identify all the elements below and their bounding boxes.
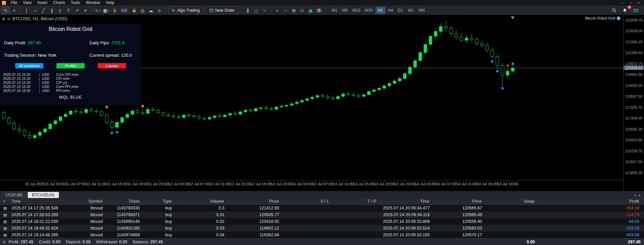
- table-header-cell[interactable]: Swap: [487, 198, 540, 204]
- indicators-icon[interactable]: ∿▾: [94, 7, 102, 14]
- news-line: 2025.07.16 15:30 | USD PPI m/m: [3, 89, 141, 93]
- line-chart-icon[interactable]: ∿: [261, 7, 269, 14]
- camera-icon[interactable]: [315, 7, 323, 14]
- news-line: 2025.07.16 15:30 | USD Core PPI m/m: [3, 85, 141, 89]
- table-header-cell[interactable]: T / P: [334, 198, 381, 204]
- timeframe-button[interactable]: H1: [376, 7, 385, 14]
- minimize-icon[interactable]: —: [621, 1, 625, 5]
- cell-open-price: 119382.84: [229, 232, 284, 238]
- table-header-cell[interactable]: Ticket: [108, 198, 144, 204]
- trade-doc-icon: ▤: [0, 225, 10, 232]
- toolbar-separator: [271, 7, 271, 13]
- table-header-cell[interactable]: Time: [10, 198, 87, 204]
- table-header-cell[interactable]: Price: [229, 198, 284, 204]
- bar-chart-icon[interactable]: ╫: [244, 7, 252, 14]
- table-header-cell[interactable]: Volume: [177, 198, 229, 204]
- time-axis-label: 14 Jul 15:00: [477, 182, 498, 186]
- current-spread: Current spread: 120.0: [89, 53, 137, 58]
- table-header-cell[interactable]: Type: [144, 198, 177, 204]
- price-tick: 117254.00: [625, 116, 642, 120]
- menu-item[interactable]: Charts: [50, 0, 68, 6]
- chart-tab[interactable]: BTCUSD,H1: [28, 192, 59, 198]
- toolbox-close-button[interactable]: ×: [0, 198, 10, 204]
- trendline-tool[interactable]: ╱: [39, 7, 47, 14]
- toolbar-separator: [91, 7, 92, 13]
- timeframe-button[interactable]: M1: [330, 7, 340, 13]
- tabs-scroll-right-icon[interactable]: ▸: [639, 193, 641, 197]
- price-axis[interactable]: 123299.75122628.00121956.25121284.501206…: [623, 15, 644, 191]
- zoom-out-icon[interactable]: −: [282, 7, 290, 14]
- timeframe-button[interactable]: W1: [406, 7, 416, 13]
- table-header-cell[interactable]: Price: [434, 198, 487, 204]
- vertical-line-tool[interactable]: │: [23, 7, 31, 14]
- cell-volume: 0.32: [177, 218, 229, 225]
- table-header-cell[interactable]: S / L: [284, 198, 334, 204]
- dollar-icon[interactable]: $: [111, 7, 119, 14]
- cell-type: buy: [144, 218, 177, 225]
- robot-grid-icon[interactable]: [617, 16, 620, 20]
- table-row[interactable]: ▤ 2025.07.14 17:25:35.549 btcusd 1143780…: [0, 205, 644, 211]
- timeframe-button[interactable]: M30: [363, 7, 375, 13]
- cell-symbol: btcusd: [87, 225, 108, 232]
- table-row[interactable]: ▤ 2025.07.14 17:33:53.299 btcusd 1143798…: [0, 211, 644, 218]
- arrows-tool[interactable]: ↗: [73, 7, 81, 14]
- horizontal-line-tool[interactable]: ─: [31, 7, 39, 14]
- search-icon[interactable]: [610, 7, 618, 14]
- menu-item[interactable]: Tools: [68, 0, 83, 6]
- crosshair-tool[interactable]: +: [10, 7, 18, 14]
- zoom-in-icon[interactable]: +: [273, 7, 281, 14]
- community-icon[interactable]: ⊕: [155, 7, 163, 14]
- menu-item[interactable]: View: [20, 0, 34, 6]
- ea-filter-button[interactable]: All positions: [15, 63, 43, 68]
- cell-open-time: 2025.07.14 19:14:48.295: [10, 232, 87, 238]
- daily-profit-value: 297.45: [28, 40, 41, 45]
- close-icon[interactable]: ✕: [637, 1, 640, 5]
- menu-item[interactable]: Window: [83, 0, 103, 6]
- timeframe-button[interactable]: MN: [417, 7, 427, 13]
- menu-item[interactable]: Insert: [35, 0, 50, 6]
- maximize-icon[interactable]: □: [630, 1, 632, 5]
- menu-item[interactable]: Help: [103, 0, 117, 6]
- tabs-scroll-left-icon[interactable]: ◂: [634, 193, 636, 197]
- timeframe-button[interactable]: H4: [386, 7, 395, 13]
- text-tool[interactable]: T: [65, 7, 73, 14]
- chart-template-icon[interactable]: ▦▾: [102, 7, 110, 14]
- chart-area: 10 Jul 202511 Jul 03:0011 Jul 07:0011 Ju…: [0, 15, 644, 191]
- app-icon[interactable]: [2, 1, 6, 5]
- fibonacci-tool[interactable]: ƒ: [56, 7, 64, 14]
- table-header-cell[interactable]: Symbol: [87, 198, 108, 204]
- cell-close-time: 2025.07.14 20:09:33.524: [381, 225, 434, 232]
- tile-windows-icon[interactable]: ⊟: [298, 7, 306, 14]
- cursor-tool[interactable]: ↖: [2, 7, 10, 14]
- timeframe-button[interactable]: M15: [350, 7, 362, 13]
- grid-icon[interactable]: ⊞: [290, 7, 298, 14]
- table-row[interactable]: ▤ 2025.07.14 18:21:22.039 btcusd 1143895…: [0, 218, 644, 225]
- table-header-cell[interactable]: Profit: [540, 198, 644, 204]
- news-currency: USD: [42, 81, 56, 85]
- cell-type: buy: [144, 232, 177, 238]
- cascade-windows-icon[interactable]: ▣: [307, 7, 315, 14]
- toolbar-separator: [325, 7, 326, 13]
- new-order-button[interactable]: New Order: [206, 7, 239, 14]
- objects-list-icon[interactable]: ≡: [81, 7, 89, 14]
- ea-filter-button[interactable]: Losses: [98, 63, 126, 68]
- ide-button[interactable]: IDE: [119, 7, 130, 14]
- notifications-bell-icon[interactable]: 2: [621, 7, 629, 14]
- ea-filter-button[interactable]: Profits: [56, 63, 85, 68]
- signals-icon[interactable]: ◎: [138, 7, 146, 14]
- chart-tab[interactable]: US30,M5: [1, 192, 27, 198]
- ea-name-label: Bitcoin Robot Grid: [585, 16, 620, 20]
- mail-icon[interactable]: [632, 7, 640, 14]
- lock-icon[interactable]: [130, 7, 138, 14]
- news-time: 2025.07.15 15:30: [3, 72, 37, 77]
- menu-item[interactable]: File: [8, 0, 20, 6]
- table-row[interactable]: ▤ 2025.07.14 19:14:48.295 btcusd 1143974…: [0, 232, 644, 238]
- timeframe-button[interactable]: M5: [340, 7, 350, 13]
- timeframe-button[interactable]: D1: [396, 7, 405, 13]
- table-row[interactable]: ▤ 2025.07.14 18:48:32.424 btcusd 1143932…: [0, 225, 644, 232]
- equidistant-channel-tool[interactable]: ∥: [48, 7, 56, 14]
- cloud-icon[interactable]: ☁: [147, 7, 155, 14]
- table-header-cell[interactable]: Time: [381, 198, 434, 204]
- algo-trading-button[interactable]: Algo Trading: [169, 7, 203, 14]
- candlestick-chart-icon[interactable]: ◫: [252, 7, 260, 14]
